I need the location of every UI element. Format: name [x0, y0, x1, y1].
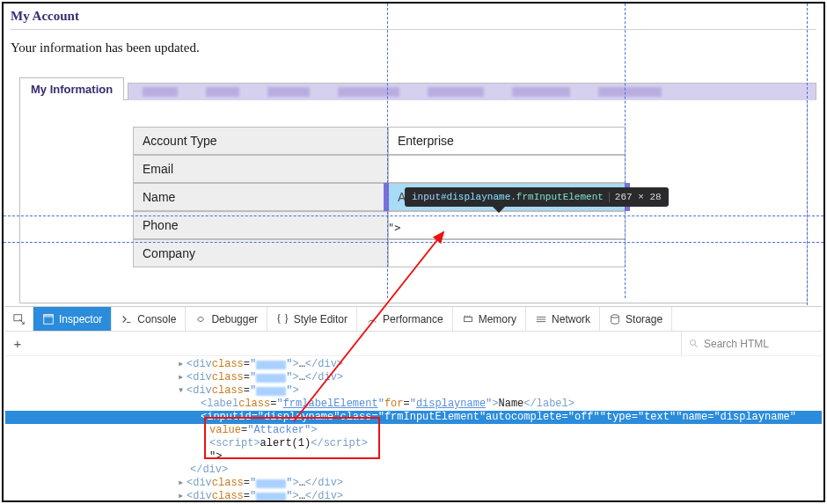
dom-node-script: <script>alert(1)</script> — [5, 437, 822, 450]
storage-icon — [609, 313, 621, 325]
performance-icon — [366, 313, 378, 325]
dom-node-div-expanded: ▾<div class=""> — [5, 384, 822, 398]
label-phone: Phone — [133, 211, 388, 239]
status-message: Your information has been updated. — [11, 40, 816, 55]
page-content: My Account Your information has been upd… — [4, 4, 823, 303]
tab-performance[interactable]: Performance — [357, 307, 453, 331]
tab-inspector[interactable]: Inspector — [33, 307, 112, 331]
search-icon — [689, 339, 699, 349]
label-company: Company — [133, 239, 388, 267]
dom-node-div-close: </div> — [5, 464, 822, 477]
network-icon — [535, 313, 547, 325]
dom-node-div: ▸<div class="">…</div> — [5, 490, 822, 502]
inspector-icon — [42, 313, 55, 325]
row-company: Company — [133, 239, 807, 267]
svg-rect-3 — [44, 314, 54, 317]
tab-console[interactable]: Console — [112, 307, 186, 331]
dom-node-div: ▸<div class="">…</div> — [5, 371, 822, 384]
pick-element-icon — [13, 313, 26, 325]
svg-point-12 — [611, 314, 619, 318]
selection-handle-left — [384, 183, 389, 211]
tab-my-information[interactable]: My Information — [19, 77, 124, 100]
memory-icon — [462, 313, 474, 325]
devtools-panel: Inspector Console Debugger { } Style Edi… — [5, 306, 822, 499]
tab-memory[interactable]: Memory — [453, 307, 526, 331]
tab-strip: My Information — [19, 77, 816, 100]
dom-node-div: ▸<div class="">…</div> — [5, 358, 822, 371]
search-html-input[interactable]: Search HTML — [681, 332, 822, 355]
svg-rect-5 — [464, 317, 472, 321]
devtools-toolbar: Inspector Console Debugger { } Style Edi… — [5, 307, 822, 332]
svg-point-13 — [691, 340, 696, 345]
row-email: Email — [133, 155, 807, 183]
dom-node-div: ▸<div class="">…</div> — [5, 477, 822, 490]
label-account-type: Account Type — [133, 127, 388, 155]
tab-style-editor[interactable]: { } Style Editor — [267, 307, 357, 331]
debugger-icon — [194, 313, 207, 325]
svg-line-14 — [695, 344, 698, 347]
dom-node-value: value="Attacker"> — [5, 424, 822, 437]
dom-node-tail: "> — [5, 450, 822, 464]
divider — [11, 29, 816, 30]
stray-injected-text: "> — [388, 222, 400, 234]
pick-element-button[interactable] — [5, 307, 33, 331]
value-phone[interactable] — [388, 211, 626, 239]
other-tabs-redacted — [128, 83, 816, 100]
new-rule-button[interactable]: + — [5, 332, 30, 356]
console-icon — [121, 313, 133, 325]
label-email: Email — [133, 155, 388, 183]
dom-node-label: <label class="frmlabelElement" for="disp… — [5, 398, 822, 411]
page-title: My Account — [11, 9, 816, 24]
inspector-tooltip: input#displayname.frmInputElement 267 × … — [405, 187, 669, 207]
value-company[interactable] — [388, 239, 626, 267]
devtools-subbar: + Search HTML — [5, 332, 822, 356]
tab-network[interactable]: Network — [526, 307, 600, 331]
dom-node-input-selected: <input id="displayname" class="frmInputE… — [5, 411, 822, 424]
tab-storage[interactable]: Storage — [600, 307, 672, 331]
row-account-type: Account Type Enterprise — [133, 127, 807, 155]
value-email[interactable] — [388, 155, 626, 183]
label-name: Name — [133, 183, 388, 211]
tab-debugger[interactable]: Debugger — [186, 307, 267, 331]
dom-tree[interactable]: ▸<div class="">…</div> ▸<div class="">…<… — [5, 356, 822, 502]
value-account-type: Enterprise — [388, 127, 626, 155]
row-phone: Phone — [133, 211, 807, 239]
